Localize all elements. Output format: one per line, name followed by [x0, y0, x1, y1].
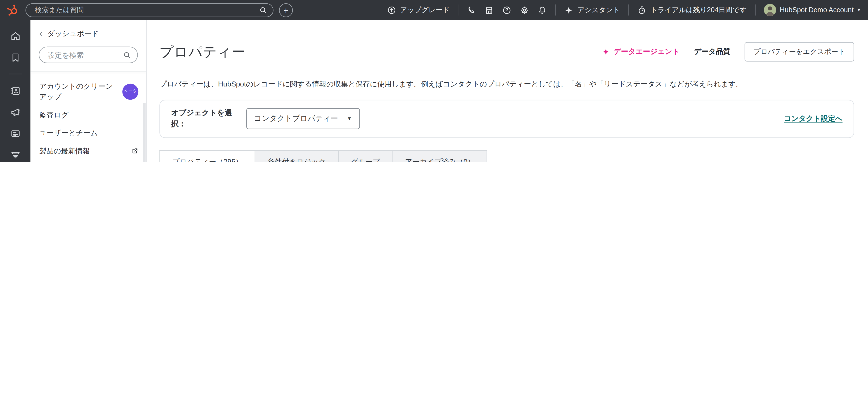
chevron-left-icon: ‹ — [39, 31, 42, 37]
tab-properties[interactable]: プロパティー（295） — [159, 150, 255, 162]
sidebar-item-account-cleanup[interactable]: アカウントのクリーンアップ ベータ — [31, 77, 146, 106]
data-agent-link[interactable]: データエージェント — [601, 47, 680, 57]
sparkle-icon — [601, 48, 610, 56]
divider — [8, 74, 22, 74]
settings-sidebar: ‹ ダッシュボード アカウントのクリーンアップ ベータ 監査ログ ユーザーとチー… — [31, 20, 147, 162]
divider — [555, 4, 556, 16]
settings-nav-list: アカウントのクリーンアップ ベータ 監査ログ ユーザーとチーム 製品の最新情報 … — [31, 72, 146, 162]
sidebar-item-users-teams[interactable]: ユーザーとチーム — [31, 124, 146, 142]
hubspot-settings-page: + アップグレード — [0, 0, 868, 162]
page-title: プロパティー — [159, 42, 246, 61]
tab-groups[interactable]: グループ — [339, 150, 393, 162]
hubspot-logo-icon[interactable] — [5, 3, 20, 17]
search-icon — [259, 6, 268, 14]
tab-archived[interactable]: アーカイブ済み（0） — [393, 150, 487, 162]
notifications-bell-icon[interactable] — [538, 5, 547, 15]
dropdown-triangle-icon: ▼ — [347, 116, 352, 121]
bookmarks-icon[interactable] — [9, 51, 21, 64]
settings-search[interactable] — [39, 47, 138, 63]
upgrade-button[interactable]: アップグレード — [387, 5, 450, 15]
divider — [755, 4, 755, 16]
settings-search-input[interactable] — [46, 50, 120, 60]
home-icon[interactable] — [9, 30, 21, 42]
properties-tabs: プロパティー（295） 条件付きロジック グループ アーカイブ済み（0） — [159, 150, 854, 162]
upgrade-icon — [387, 5, 397, 15]
data-quality-link[interactable]: データ品質 — [694, 47, 730, 57]
external-link-icon — [131, 147, 138, 154]
global-search[interactable] — [26, 3, 274, 17]
back-to-dashboard[interactable]: ‹ ダッシュボード — [31, 20, 146, 41]
sidebar-item-integrations[interactable]: 連携 — [31, 160, 146, 162]
left-icon-rail — [0, 20, 31, 162]
top-navigation-bar: + アップグレード — [0, 0, 868, 20]
sidebar-item-product-updates[interactable]: 製品の最新情報 — [31, 142, 146, 160]
tab-conditional-logic[interactable]: 条件付きロジック — [255, 150, 339, 162]
chevron-down-icon: ▾ — [857, 7, 860, 13]
trial-status[interactable]: トライアルは残り204日間です — [637, 5, 747, 15]
settings-gear-icon[interactable] — [520, 5, 529, 15]
page-description: プロパティーは、HubSpotのレコードに関する情報の収集と保存に使用します。例… — [159, 79, 854, 89]
global-search-input[interactable] — [34, 5, 254, 14]
assistant-button[interactable]: アシスタント — [564, 5, 620, 15]
crm-contacts-icon[interactable] — [9, 84, 21, 97]
marketplace-icon[interactable] — [485, 5, 494, 15]
quick-create-button[interactable]: + — [279, 3, 293, 17]
divider — [458, 4, 458, 16]
timer-icon — [637, 5, 647, 15]
divider — [628, 4, 629, 16]
object-selector-card: オブジェクトを選択： コンタクトプロパティー ▼ コンタクト設定へ — [159, 100, 854, 138]
account-menu[interactable]: HubSpot Demo Account ▾ — [764, 4, 860, 16]
avatar — [764, 4, 776, 16]
calls-phone-icon[interactable] — [467, 5, 476, 15]
export-properties-button[interactable]: プロパティーをエクスポート — [745, 42, 854, 62]
contact-settings-link[interactable]: コンタクト設定へ — [784, 114, 842, 124]
marketing-megaphone-icon[interactable] — [9, 106, 21, 118]
properties-main: プロパティー データエージェント データ品質 プロパティーをエクスポート プロパ… — [147, 20, 868, 162]
beta-badge: ベータ — [122, 84, 138, 100]
object-type-select[interactable]: コンタクトプロパティー ▼ — [246, 108, 360, 130]
object-selector-label: オブジェクトを選択： — [171, 107, 237, 131]
help-icon[interactable] — [502, 5, 512, 15]
commerce-funnel-icon[interactable] — [9, 148, 21, 161]
sparkle-icon — [564, 5, 574, 15]
sidebar-item-audit-log[interactable]: 監査ログ — [31, 106, 146, 124]
content-page-icon[interactable] — [9, 127, 21, 139]
search-icon — [123, 51, 131, 59]
account-name: HubSpot Demo Account — [780, 6, 854, 14]
plus-icon: + — [283, 6, 288, 14]
